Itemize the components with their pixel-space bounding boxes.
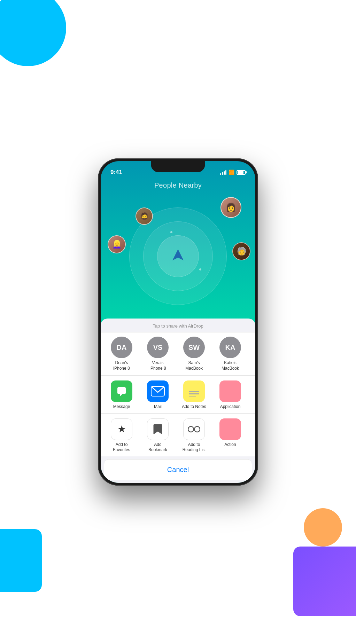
phone-frame: 9:41 📶 People Nearby: [98, 158, 258, 486]
wifi-icon: 📶: [229, 170, 234, 175]
bookmark-icon: [147, 418, 169, 440]
person-avatar-1: 👩: [220, 197, 241, 218]
bg-circle-blue: [0, 0, 66, 66]
person-avatar-3: 👱‍♀️: [108, 235, 126, 253]
airdrop-person-vs[interactable]: VS Vera'siPhone 8: [140, 337, 175, 371]
action-item-action[interactable]: Action: [213, 418, 248, 453]
action-name-action: Action: [224, 442, 236, 448]
action-item-favorites[interactable]: ★ Add toFavorites: [104, 418, 139, 453]
mail-icon: [147, 380, 169, 402]
status-icons: 📶: [220, 170, 246, 175]
airdrop-person-ka[interactable]: KA Katie'sMacBook: [213, 337, 248, 371]
action-item-bookmark[interactable]: AddBookmark: [140, 418, 175, 453]
action-name-favorites: Add toFavorites: [113, 442, 130, 453]
airdrop-avatar-sw: SW: [183, 337, 205, 358]
radar-dot: [170, 231, 172, 233]
messages-icon: [111, 380, 132, 402]
notes-icon: [183, 380, 205, 402]
signal-icon: [220, 170, 226, 175]
application-icon: [219, 380, 241, 402]
airdrop-person-da[interactable]: DA Dean'siPhone 8: [104, 337, 139, 371]
airdrop-person-sw[interactable]: SW Sam'sMacBook: [177, 337, 211, 371]
app-item-application[interactable]: Application: [213, 380, 248, 410]
app-item-notes[interactable]: Add to Notes: [177, 380, 211, 410]
svg-marker-0: [172, 249, 184, 260]
app-item-message[interactable]: Message: [104, 380, 139, 410]
airdrop-name-ka: Katie'sMacBook: [222, 360, 239, 371]
navigation-arrow: [171, 248, 185, 265]
app-row: Message Mail: [101, 376, 255, 414]
action-row: ★ Add toFavorites AddBookmark: [101, 414, 255, 456]
person-avatar-4: 🧓: [232, 242, 250, 260]
phone-notch: [151, 161, 205, 172]
action-item-reading-list[interactable]: Add toReading List: [177, 418, 211, 453]
airdrop-avatar-vs: VS: [147, 337, 169, 358]
airdrop-name-da: Dean'siPhone 8: [113, 360, 130, 371]
airdrop-avatar-da: DA: [111, 337, 132, 358]
status-time: 9:41: [110, 169, 122, 176]
airdrop-row: DA Dean'siPhone 8 VS Vera'siPhone 8 SW S…: [101, 332, 255, 376]
bg-rect-cyan: [0, 529, 42, 592]
bg-rect-purple: [293, 547, 356, 616]
action-icon: [219, 418, 241, 440]
app-item-mail[interactable]: Mail: [140, 380, 175, 410]
action-name-bookmark: AddBookmark: [148, 442, 167, 453]
cancel-button[interactable]: Cancel: [104, 459, 252, 480]
battery-icon: [237, 170, 246, 175]
share-sheet: Tap to share with AirDrop DA Dean'siPhon…: [101, 319, 255, 483]
bg-circle-orange: [304, 508, 342, 547]
person-avatar-2: 🧔: [136, 207, 153, 225]
airdrop-avatar-ka: KA: [219, 337, 241, 358]
airdrop-name-vs: Vera'siPhone 8: [149, 360, 166, 371]
app-name-message: Message: [113, 404, 130, 410]
app-name-mail: Mail: [154, 404, 162, 410]
action-name-reading-list: Add toReading List: [183, 442, 206, 453]
favorites-icon: ★: [111, 418, 132, 440]
reading-list-icon: [183, 418, 205, 440]
airdrop-name-sw: Sam'sMacBook: [185, 360, 203, 371]
radar-area: 👩 🧔 👱‍♀️ 🧓: [101, 194, 255, 319]
app-name-application: Application: [220, 404, 241, 410]
phone-screen: 9:41 📶 People Nearby: [101, 161, 255, 483]
airdrop-hint: Tap to share with AirDrop: [101, 319, 255, 332]
app-title: People Nearby: [101, 179, 255, 194]
app-name-notes: Add to Notes: [182, 404, 206, 410]
